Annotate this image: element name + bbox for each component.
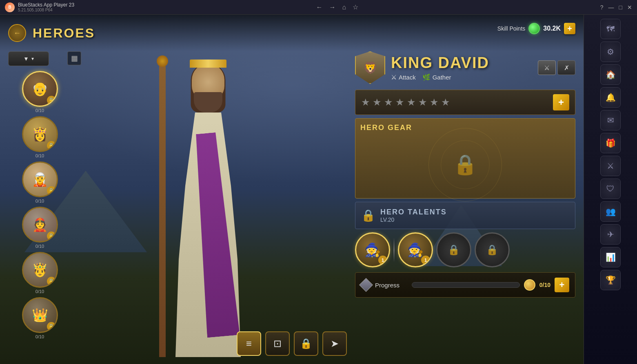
filter-icon: ▼ bbox=[23, 55, 29, 62]
nav-bookmark-icon[interactable]: ☆ bbox=[353, 3, 358, 11]
nav-forward-icon[interactable]: → bbox=[329, 4, 336, 11]
hero-list-item[interactable]: 👴 🔒 0/10 bbox=[8, 71, 71, 113]
hero-avatar-5[interactable]: 🤴 🔒 bbox=[22, 252, 58, 288]
star-4[interactable]: ★ bbox=[395, 97, 404, 108]
app-title: BlueStacks App Player 23 bbox=[18, 2, 74, 8]
gather-label: Gather bbox=[433, 74, 451, 81]
star-6[interactable]: ★ bbox=[418, 97, 427, 108]
skills-action-button[interactable]: ✗ bbox=[557, 60, 575, 75]
skill-button-1[interactable]: 🧙 1 bbox=[355, 232, 390, 267]
skill-points-container: Skill Points 30.2K + bbox=[497, 23, 575, 34]
star-5[interactable]: ★ bbox=[407, 97, 416, 108]
hero-figure bbox=[110, 51, 306, 357]
hero-list-item[interactable]: 👑 🔒 0/10 bbox=[8, 297, 71, 339]
grid-view-button[interactable] bbox=[67, 51, 81, 65]
hero-action-buttons: ⚔ ✗ bbox=[538, 60, 575, 75]
skill-lock-icon-4: 🔒 bbox=[486, 244, 498, 256]
hero-lock-icon-6: 🔒 bbox=[47, 322, 56, 331]
hero-xp-1: 0/10 bbox=[36, 108, 44, 113]
hero-avatar-2[interactable]: 👸 🔒 bbox=[22, 116, 58, 152]
add-skill-points-button[interactable]: + bbox=[564, 23, 575, 34]
right-panel: KING DAVID ⚔ Attack 🌿 Gather ⚔ ✗ bbox=[355, 51, 575, 298]
hero-name-section: KING DAVID ⚔ Attack 🌿 Gather ⚔ ✗ bbox=[355, 51, 575, 84]
app-subtitle: 5.21.505.1008 P64 bbox=[18, 8, 74, 12]
skill-icons-row: 🧙 1 🧙 1 🔒 🔒 bbox=[355, 232, 575, 267]
sidebar-notifications-button[interactable]: 🔔 bbox=[600, 87, 621, 108]
sidebar-travel-button[interactable]: ✈ bbox=[600, 224, 621, 245]
sidebar-settings-button[interactable]: ⚙ bbox=[600, 42, 621, 62]
hero-list-item[interactable]: 🧝 🔒 0/10 bbox=[8, 161, 71, 203]
hero-lock-icon-2: 🔒 bbox=[47, 141, 56, 150]
skill-lock-icon-3: 🔒 bbox=[448, 244, 460, 256]
skill-button-2[interactable]: 🧙 1 bbox=[398, 232, 433, 267]
nav-list-button[interactable]: ≡ bbox=[237, 331, 261, 356]
hero-shield-icon bbox=[355, 51, 385, 84]
hero-lock-icon-4: 🔒 bbox=[47, 232, 56, 240]
progress-label: Progress bbox=[375, 282, 408, 289]
filter-button[interactable]: ▼ ▾ bbox=[8, 51, 49, 66]
hero-xp-2: 0/10 bbox=[36, 153, 44, 158]
talents-info: HERO TALENTS LV.20 bbox=[380, 208, 447, 223]
hero-list: ▼ ▾ 👴 🔒 0/10 👸 🔒 0/10 🧝 🔒 0/10 bbox=[8, 51, 71, 339]
right-sidebar: 🗺 ⚙ 🏠 🔔 ✉ 🎁 ⚔ 🛡 👥 ✈ 📊 🏆 bbox=[584, 15, 637, 364]
sidebar-stats-button[interactable]: 📊 bbox=[600, 247, 621, 267]
nav-frame-button[interactable]: ⊡ bbox=[265, 331, 290, 356]
star-rating-section: ★ ★ ★ ★ ★ ★ ★ ★ + bbox=[355, 90, 575, 115]
game-area: HEROES Skill Points 30.2K + ▼ ▾ 👴 🔒 0/10… bbox=[0, 15, 584, 364]
star-7[interactable]: ★ bbox=[430, 97, 439, 108]
skill-icon-1: 🧙 bbox=[364, 242, 381, 258]
hero-gear-section: HERO GEAR 🔒 bbox=[355, 118, 575, 199]
hero-avatar-6[interactable]: 👑 🔒 bbox=[22, 297, 58, 333]
progress-section: Progress 0/10 + bbox=[355, 272, 575, 298]
hero-avatar-1[interactable]: 👴 🔒 bbox=[22, 71, 58, 107]
sidebar-mail-button[interactable]: ✉ bbox=[600, 110, 621, 130]
hero-avatar-4[interactable]: 👲 🔒 bbox=[22, 207, 58, 243]
hero-list-item[interactable]: 👸 🔒 0/10 bbox=[8, 116, 71, 158]
sidebar-achievements-button[interactable]: 🏆 bbox=[600, 270, 621, 290]
restore-button[interactable]: □ bbox=[619, 4, 622, 11]
sidebar-alliance-button[interactable]: 👥 bbox=[600, 201, 621, 222]
progress-add-button[interactable]: + bbox=[555, 278, 569, 292]
star-1[interactable]: ★ bbox=[361, 97, 370, 108]
hero-xp-6: 0/10 bbox=[36, 334, 44, 339]
attack-label: Attack bbox=[399, 74, 416, 81]
titlebar-nav: ← → ⌂ ☆ bbox=[316, 3, 359, 11]
gather-icon: 🌿 bbox=[422, 73, 431, 81]
sword-action-button[interactable]: ⚔ bbox=[538, 60, 556, 75]
hero-avatar-3[interactable]: 🧝 🔒 bbox=[22, 161, 58, 197]
star-8[interactable]: ★ bbox=[441, 97, 450, 108]
add-star-button[interactable]: + bbox=[553, 94, 569, 110]
hero-lock-icon-5: 🔒 bbox=[47, 277, 56, 286]
back-button[interactable] bbox=[8, 24, 26, 42]
hero-list-item[interactable]: 🤴 🔒 0/10 bbox=[8, 252, 71, 294]
close-button[interactable]: ✕ bbox=[627, 4, 632, 11]
sidebar-gift-button[interactable]: 🎁 bbox=[600, 133, 621, 153]
star-3[interactable]: ★ bbox=[384, 97, 393, 108]
skill-badge-1: 1 bbox=[378, 256, 387, 265]
help-icon[interactable]: ? bbox=[600, 4, 604, 11]
hero-talents-section[interactable]: 🔒 HERO TALENTS LV.20 bbox=[355, 202, 575, 229]
hero-list-item[interactable]: 👲 🔒 0/10 bbox=[8, 207, 71, 249]
sidebar-battle-button[interactable]: ⚔ bbox=[600, 156, 621, 176]
minimize-button[interactable]: — bbox=[608, 4, 614, 11]
skill-button-3[interactable]: 🔒 bbox=[436, 232, 471, 267]
progress-bar bbox=[412, 282, 520, 288]
nav-arrow-button[interactable]: ➤ bbox=[322, 331, 347, 356]
bottom-nav: ≡ ⊡ 🔒 ➤ bbox=[237, 331, 347, 356]
nav-home-icon[interactable]: ⌂ bbox=[342, 4, 346, 11]
nav-lock-button[interactable]: 🔒 bbox=[294, 331, 318, 356]
hero-tag-gather: 🌿 Gather bbox=[422, 73, 451, 81]
sidebar-map-button[interactable]: 🗺 bbox=[600, 19, 621, 39]
attack-icon: ⚔ bbox=[391, 73, 397, 81]
hero-character-display bbox=[82, 39, 335, 357]
skill-button-4[interactable]: 🔒 bbox=[475, 232, 510, 267]
sidebar-home-button[interactable]: 🏠 bbox=[600, 64, 621, 85]
star-2[interactable]: ★ bbox=[373, 97, 382, 108]
gear-slots: 🔒 bbox=[360, 136, 570, 193]
nav-back-icon[interactable]: ← bbox=[316, 4, 323, 11]
sidebar-defense-button[interactable]: 🛡 bbox=[600, 179, 621, 199]
app-logo: B bbox=[5, 2, 15, 12]
staff-decoration bbox=[159, 64, 166, 357]
titlebar-controls: ? — □ ✕ bbox=[600, 4, 632, 11]
hero-lock-icon-1: 🔒 bbox=[47, 96, 56, 105]
